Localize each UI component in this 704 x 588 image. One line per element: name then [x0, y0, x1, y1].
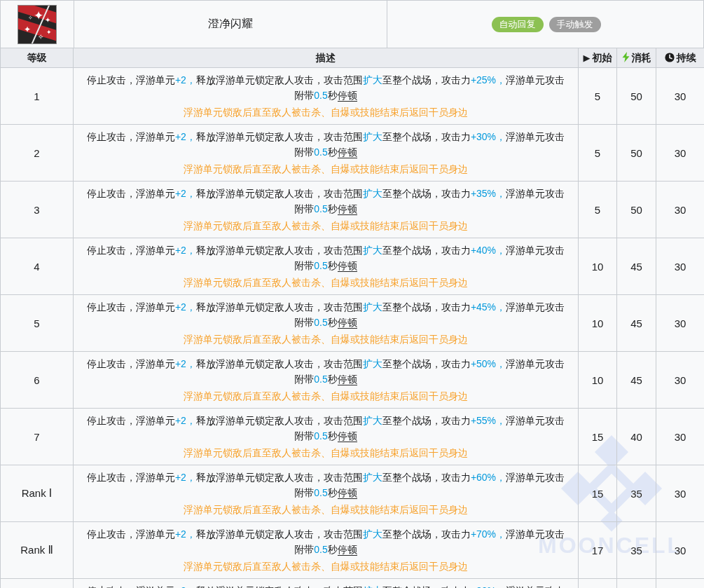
range-expand-value: 扩大: [363, 131, 382, 142]
attack-buff-value: +30%，: [471, 131, 506, 142]
desc-segment: 至整个战场，攻击力: [382, 585, 471, 588]
sparkle-icon: ✦: [45, 17, 50, 24]
description-note: 浮游单元锁敌后直至敌人被击杀、自爆或技能结束后返回干员身边: [82, 388, 570, 404]
column-header-description: 描述: [74, 48, 579, 68]
level-value: 6: [34, 374, 39, 386]
description-text: 停止攻击，浮游单元+2，释放浮游单元锁定敌人攻击，攻击范围扩大至整个战场，攻击力…: [82, 583, 570, 588]
sp-cost-cell: 45: [617, 352, 656, 409]
sp-cost-value: 50: [630, 204, 642, 216]
initial-sp-value: 15: [592, 431, 604, 443]
level-value: Rank Ⅰ: [22, 487, 53, 499]
description-cell: 停止攻击，浮游单元+2，释放浮游单元锁定敌人攻击，攻击范围扩大至整个战场，攻击力…: [74, 68, 579, 125]
desc-segment: 停止攻击，浮游单元: [87, 245, 175, 256]
drone-count-value: +2，: [175, 585, 196, 588]
initial-sp-value: 10: [592, 261, 604, 273]
pause-term-tooltip[interactable]: 停顿: [338, 317, 357, 329]
skill-level-row: Rank Ⅰ 停止攻击，浮游单元+2，释放浮游单元锁定敌人攻击，攻击范围扩大至整…: [1, 465, 704, 522]
range-expand-value: 扩大: [363, 472, 382, 483]
desc-segment: 秒: [328, 430, 338, 442]
activation-type-badge: 手动触发: [549, 17, 601, 32]
initial-sp-cell: 5: [579, 68, 617, 125]
description-note: 浮游单元锁敌后直至敌人被击杀、自爆或技能结束后返回干员身边: [82, 275, 570, 290]
duration-cell: 30: [656, 68, 704, 125]
attack-buff-value: +60%，: [471, 472, 506, 483]
duration-value: 30: [675, 545, 686, 556]
sp-cost-cell: 50: [617, 68, 656, 125]
desc-segment: 释放浮游单元锁定敌人攻击，攻击范围: [196, 528, 363, 540]
level-value: 1: [34, 90, 39, 102]
initial-sp-cell: 10: [579, 352, 617, 409]
pause-term-tooltip[interactable]: 停顿: [338, 146, 357, 158]
level-cell: 1: [1, 68, 74, 125]
pause-seconds-value: 0.5: [314, 544, 327, 555]
skill-level-row: 7 停止攻击，浮游单元+2，释放浮游单元锁定敌人攻击，攻击范围扩大至整个战场，攻…: [1, 409, 704, 465]
pause-term-tooltip[interactable]: 停顿: [338, 544, 357, 556]
desc-segment: 停止攻击，浮游单元: [87, 585, 175, 588]
sp-cost-cell: 50: [617, 182, 656, 238]
sp-cost-value: 45: [630, 261, 642, 273]
desc-segment: 停止攻击，浮游单元: [87, 74, 175, 86]
duration-cell: 30: [656, 465, 704, 522]
duration-value: 30: [675, 488, 686, 500]
attack-buff-value: +70%，: [471, 528, 506, 540]
sp-cost-cell: 50: [617, 125, 656, 182]
duration-cell: 30: [656, 238, 704, 295]
attack-buff-value: +50%，: [471, 358, 506, 369]
desc-segment: 至整个战场，攻击力: [382, 528, 471, 540]
pause-term-tooltip[interactable]: 停顿: [338, 90, 357, 102]
initial-sp-value: 10: [592, 317, 604, 329]
duration-cell: 30: [656, 125, 704, 182]
desc-segment: 释放浮游单元锁定敌人攻击，攻击范围: [196, 188, 363, 199]
sp-cost-value: 50: [630, 90, 642, 102]
skill-level-row: 1 停止攻击，浮游单元+2，释放浮游单元锁定敌人攻击，攻击范围扩大至整个战场，攻…: [1, 68, 704, 125]
initial-sp-cell: 5: [579, 182, 617, 238]
range-expand-value: 扩大: [363, 358, 382, 369]
desc-segment: 秒: [328, 203, 338, 214]
pause-term-tooltip[interactable]: 停顿: [338, 260, 357, 272]
duration-value: 30: [675, 261, 686, 273]
description-cell: 停止攻击，浮游单元+2，释放浮游单元锁定敌人攻击，攻击范围扩大至整个战场，攻击力…: [74, 465, 579, 522]
duration-cell: 30: [656, 182, 704, 238]
initial-sp-cell: 10: [579, 295, 617, 352]
desc-segment: 秒: [328, 317, 338, 328]
duration-label: 持续: [677, 52, 696, 63]
desc-segment: 停止攻击，浮游单元: [87, 528, 175, 540]
lightning-icon: [622, 52, 630, 64]
pause-term-tooltip[interactable]: 停顿: [338, 487, 357, 499]
level-cell: 2: [1, 125, 74, 182]
skill-level-row: Rank Ⅱ 停止攻击，浮游单元+2，释放浮游单元锁定敌人攻击，攻击范围扩大至整…: [1, 522, 704, 579]
column-header-duration: 持续: [656, 48, 704, 68]
initial-sp-value: 5: [595, 204, 600, 216]
pause-term-tooltip[interactable]: 停顿: [338, 203, 357, 215]
pause-seconds-value: 0.5: [314, 203, 327, 214]
pause-term-tooltip[interactable]: 停顿: [338, 374, 357, 385]
duration-cell: 30: [656, 579, 704, 588]
duration-value: 30: [675, 90, 686, 102]
description-text: 停止攻击，浮游单元+2，释放浮游单元锁定敌人攻击，攻击范围扩大至整个战场，攻击力…: [82, 470, 570, 500]
level-value: 2: [34, 147, 39, 159]
level-cell: 3: [1, 182, 74, 238]
duration-cell: 30: [656, 352, 704, 409]
level-cell: Rank Ⅲ: [1, 579, 74, 588]
sp-cost-label: 消耗: [632, 52, 651, 63]
desc-segment: 释放浮游单元锁定敌人攻击，攻击范围: [196, 358, 363, 369]
pause-term-tooltip[interactable]: 停顿: [338, 430, 357, 442]
description-cell: 停止攻击，浮游单元+2，释放浮游单元锁定敌人攻击，攻击范围扩大至整个战场，攻击力…: [74, 409, 579, 465]
drone-count-value: +2，: [175, 472, 196, 483]
desc-segment: 至整个战场，攻击力: [382, 131, 471, 142]
sp-cost-value: 40: [630, 431, 642, 443]
range-expand-value: 扩大: [363, 585, 382, 588]
level-cell: 4: [1, 238, 74, 295]
skill-level-row: Rank Ⅲ 停止攻击，浮游单元+2，释放浮游单元锁定敌人攻击，攻击范围扩大至整…: [1, 579, 704, 588]
level-value: 5: [34, 317, 39, 329]
pause-seconds-value: 0.5: [314, 90, 327, 101]
description-note: 浮游单元锁敌后直至敌人被击杀、自爆或技能结束后返回干员身边: [82, 104, 570, 120]
drone-count-value: +2，: [175, 528, 196, 540]
description-cell: 停止攻击，浮游单元+2，释放浮游单元锁定敌人攻击，攻击范围扩大至整个战场，攻击力…: [74, 522, 579, 579]
attack-buff-value: +55%，: [471, 415, 506, 426]
range-expand-value: 扩大: [363, 188, 382, 199]
desc-segment: 停止攻击，浮游单元: [87, 358, 175, 369]
initial-sp-label: 初始: [593, 52, 612, 63]
desc-segment: 秒: [328, 146, 338, 158]
skill-name: 澄净闪耀: [208, 17, 253, 32]
